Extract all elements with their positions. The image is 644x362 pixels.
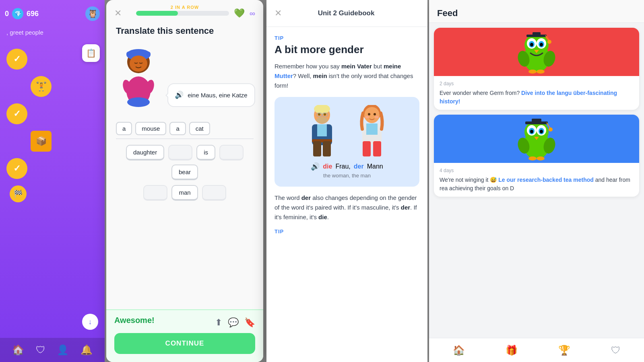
answer-word-1[interactable]: a — [116, 122, 132, 135]
svg-point-7 — [127, 97, 150, 107]
svg-point-42 — [537, 70, 545, 74]
word-chip-empty-1 — [168, 145, 192, 160]
audio-play-button[interactable]: 🔊 — [311, 162, 320, 171]
feed-header: Feed — [429, 0, 644, 23]
feed-panel: Feed — [429, 0, 644, 362]
svg-point-46 — [547, 40, 551, 44]
character-area: 🔊 eine Maus, eine Katze — [106, 43, 263, 107]
chest-icon: 📦 — [31, 131, 52, 152]
duo-owl-red — [516, 30, 557, 74]
coin-3: ✓ — [6, 103, 27, 124]
flag-icon[interactable]: 🔖 — [244, 317, 255, 328]
feed-card-red-image — [434, 28, 639, 76]
word-chip-bear[interactable]: bear — [171, 165, 198, 180]
translate-panel: ✕ 2 IN A ROW 💚 ∞ Translate this sentence — [106, 0, 263, 362]
feed-nav-gift[interactable]: 🎁 — [506, 345, 518, 356]
answer-word-2[interactable]: mouse — [135, 122, 166, 135]
feed-link-2[interactable]: Le our research-backed tea method — [498, 177, 594, 183]
svg-rect-30 — [373, 141, 381, 156]
svg-point-57 — [528, 156, 537, 160]
exercise-footer: Awesome! ⬆ 💬 🔖 CONTINUE — [106, 309, 263, 362]
german-sentence: eine Maus, eine Katze — [188, 92, 247, 99]
word-chip-empty-4 — [202, 185, 226, 201]
feed-nav-home[interactable]: 🏠 — [453, 345, 465, 356]
speaker-icon[interactable]: 🔊 — [175, 91, 184, 99]
old-man-illustration — [302, 105, 342, 157]
coins-area: ✓ 🏋 ✓ 📦 ✓ 🏁 — [0, 41, 105, 210]
feed-title: Feed — [437, 8, 458, 18]
infinity-icon: ∞ — [250, 9, 255, 18]
close-button[interactable]: ✕ — [114, 8, 122, 19]
feed-timestamp-1: 2 days — [440, 80, 634, 87]
tip-label-1: TIP — [275, 35, 419, 41]
avatar[interactable]: 🦉 — [85, 6, 100, 21]
guide-image-row — [302, 105, 392, 157]
svg-point-3 — [130, 56, 147, 72]
feed-nav-trophy[interactable]: 🏆 — [558, 345, 570, 356]
heart-icon: 💚 — [234, 8, 245, 19]
die-word: die — [323, 163, 332, 170]
nav-home-icon[interactable]: 🏠 — [12, 344, 24, 356]
answer-word-4[interactable]: cat — [189, 122, 210, 135]
svg-rect-29 — [363, 141, 371, 156]
svg-point-22 — [364, 107, 380, 123]
coin-6: 🏁 — [10, 185, 27, 202]
scroll-down-button[interactable]: ↓ — [82, 314, 98, 330]
coin-2: 🏋 — [31, 76, 52, 97]
translate-header: ✕ 2 IN A ROW 💚 ∞ — [106, 0, 263, 22]
character-illustration — [114, 43, 163, 107]
word-chip-is[interactable]: is — [196, 145, 215, 160]
progress-bar — [136, 11, 229, 16]
feed-content: 2 days Ever wonder where Germ from? Dive… — [429, 23, 644, 329]
feed-timestamp-2: 4 days — [440, 167, 634, 174]
word-chip-empty-2 — [219, 145, 244, 160]
feed-card-2-text: 4 days We're not winging it 😅 Le our res… — [434, 163, 639, 197]
svg-point-54 — [540, 130, 543, 134]
answer-word-3[interactable]: a — [169, 122, 186, 135]
gem-icon: 💎 — [12, 8, 23, 19]
guide-content: TIP A bit more gender Remember how you s… — [266, 27, 427, 362]
continue-button[interactable]: CONTINUE — [114, 333, 255, 354]
notes-button[interactable]: 📋 — [82, 44, 100, 62]
awesome-label: Awesome! — [114, 316, 155, 325]
coin-1: ✓ — [6, 49, 27, 70]
svg-rect-44 — [533, 32, 541, 35]
exercise-title: Translate this sentence — [106, 22, 263, 43]
guide-header: ✕ Unit 2 Guidebook — [266, 0, 427, 27]
svg-point-62 — [549, 128, 553, 132]
feed-nav-shield[interactable]: 🛡 — [611, 345, 621, 356]
feed-text-1: Ever wonder where Germ from? — [440, 90, 521, 96]
answer-area[interactable]: a mouse a cat — [116, 115, 254, 139]
left-sidebar: 0 💎 696 🦉 , greet people 📋 ✓ 🏋 ✓ 📦 ✓ 🏁 ↓… — [0, 0, 105, 362]
sidebar-subtitle: , greet people — [0, 27, 105, 41]
feed-card-1-text: 2 days Ever wonder where Germ from? Dive… — [434, 76, 639, 110]
mann-text: Mann — [367, 163, 383, 170]
comment-icon[interactable]: 💬 — [228, 317, 239, 328]
svg-point-58 — [537, 156, 545, 160]
share-icon[interactable]: ⬆ — [215, 317, 222, 328]
word-chip-man[interactable]: man — [171, 185, 198, 201]
left-header: 0 💎 696 🦉 — [0, 0, 105, 27]
svg-rect-28 — [366, 123, 378, 135]
coin-5: ✓ — [6, 158, 27, 179]
feed-card-2[interactable]: 4 days We're not winging it 😅 Le our res… — [434, 115, 639, 197]
nav-bell-icon[interactable]: 🔔 — [80, 344, 93, 356]
svg-rect-19 — [313, 141, 321, 156]
feed-card-1[interactable]: 2 days Ever wonder where Germ from? Dive… — [434, 28, 639, 110]
nav-shield-icon[interactable]: 🛡 — [36, 344, 45, 356]
word-chip-daughter[interactable]: daughter — [126, 145, 164, 160]
bottom-nav: 🏠 🛡 👤 🔔 — [0, 338, 105, 362]
svg-point-41 — [528, 70, 537, 74]
guide-title: Unit 2 Guidebook — [282, 9, 411, 17]
nav-user-icon[interactable]: 👤 — [57, 344, 69, 356]
word-bank: daughter is bear man — [106, 142, 263, 203]
audio-pronunciation-row: 🔊 die Frau, der Mann — [311, 162, 383, 171]
svg-rect-20 — [323, 141, 331, 156]
guide-close-button[interactable]: ✕ — [275, 8, 282, 19]
der-word: der — [354, 163, 364, 170]
gem-score[interactable]: 696 — [27, 10, 39, 18]
score-number: 0 — [5, 10, 9, 18]
svg-rect-17 — [317, 124, 327, 136]
speech-bubble: 🔊 eine Maus, eine Katze — [167, 83, 255, 107]
guide-body-2: The word der also changes depending on t… — [275, 193, 419, 222]
